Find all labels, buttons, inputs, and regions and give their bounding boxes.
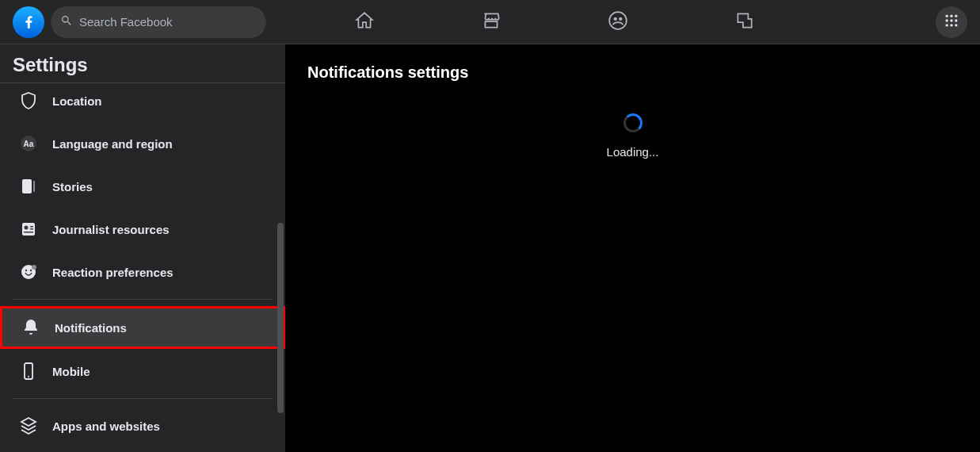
svg-point-17 — [25, 226, 29, 230]
scrollbar-thumb[interactable] — [277, 223, 284, 413]
svg-rect-19 — [30, 228, 33, 230]
svg-rect-15 — [33, 181, 35, 192]
svg-point-22 — [25, 270, 27, 271]
groups-icon — [608, 10, 628, 34]
home-tab[interactable] — [333, 3, 396, 41]
svg-point-23 — [30, 270, 32, 271]
svg-point-4 — [950, 14, 952, 17]
marketplace-icon — [481, 10, 501, 34]
groups-tab[interactable] — [586, 3, 650, 41]
bell-icon — [17, 313, 45, 342]
sidebar-item-reaction[interactable]: Reaction preferences — [6, 251, 279, 293]
page-title: Notifications settings — [307, 63, 958, 82]
svg-point-26 — [28, 376, 29, 377]
sidebar-item-label: Location — [52, 94, 102, 108]
loading-text: Loading... — [607, 145, 659, 159]
svg-point-9 — [946, 24, 948, 26]
sidebar-item-label: Journalist resources — [52, 223, 170, 236]
svg-rect-14 — [22, 179, 32, 193]
reaction-icon — [14, 258, 43, 286]
grid-icon — [944, 13, 959, 32]
stories-icon — [14, 172, 43, 201]
gaming-icon — [734, 10, 755, 34]
search-icon — [60, 14, 73, 30]
sidebar-title: Settings — [0, 44, 285, 83]
loading-indicator: Loading... — [307, 113, 958, 159]
svg-point-7 — [950, 19, 952, 21]
marketplace-tab[interactable] — [459, 3, 523, 41]
sidebar-item-location[interactable]: Location — [6, 80, 279, 121]
svg-point-11 — [955, 24, 957, 26]
settings-sidebar: Settings Location Aa Language and region… — [0, 44, 285, 452]
top-navigation-bar — [0, 0, 980, 44]
svg-point-0 — [609, 12, 627, 29]
sidebar-item-label: Reaction preferences — [52, 266, 174, 279]
sidebar-item-apps[interactable]: Apps and websites — [6, 405, 279, 446]
gaming-tab[interactable] — [713, 3, 776, 41]
spinner-icon — [623, 113, 643, 132]
sidebar-item-label: Language and region — [52, 137, 173, 151]
search-box[interactable] — [51, 6, 266, 38]
apps-icon — [14, 412, 43, 440]
menu-button[interactable] — [936, 6, 967, 38]
shield-icon — [14, 86, 43, 115]
sidebar-item-label: Mobile — [52, 365, 90, 378]
divider — [13, 299, 273, 300]
sidebar-item-label: Apps and websites — [52, 419, 160, 433]
sidebar-item-notifications[interactable]: Notifications — [0, 306, 285, 349]
svg-point-6 — [946, 19, 948, 21]
svg-rect-20 — [24, 232, 33, 233]
svg-point-5 — [955, 14, 957, 17]
svg-point-10 — [950, 24, 952, 26]
svg-point-1 — [614, 17, 617, 20]
sidebar-item-label: Notifications — [55, 321, 127, 335]
svg-text:Aa: Aa — [24, 140, 34, 148]
home-icon — [354, 10, 375, 34]
sidebar-item-label: Stories — [52, 180, 93, 193]
search-input[interactable] — [79, 15, 257, 29]
facebook-logo[interactable] — [13, 6, 44, 38]
right-nav — [936, 6, 967, 38]
sidebar-item-stories[interactable]: Stories — [6, 166, 279, 207]
divider — [13, 398, 273, 399]
svg-rect-18 — [30, 226, 33, 228]
svg-point-3 — [946, 14, 948, 17]
language-icon: Aa — [14, 129, 43, 158]
sidebar-item-business[interactable]: Business integrations — [6, 448, 279, 452]
svg-point-2 — [619, 17, 622, 20]
svg-point-8 — [955, 19, 957, 21]
sidebar-item-mobile[interactable]: Mobile — [6, 350, 279, 392]
mobile-icon — [14, 357, 43, 385]
sidebar-item-language[interactable]: Aa Language and region — [6, 123, 279, 164]
sidebar-item-journalist[interactable]: Journalist resources — [6, 209, 279, 250]
journalist-icon — [14, 215, 43, 243]
svg-point-24 — [32, 265, 36, 270]
main-content: Notifications settings Loading... — [285, 44, 980, 452]
center-nav — [333, 0, 776, 44]
